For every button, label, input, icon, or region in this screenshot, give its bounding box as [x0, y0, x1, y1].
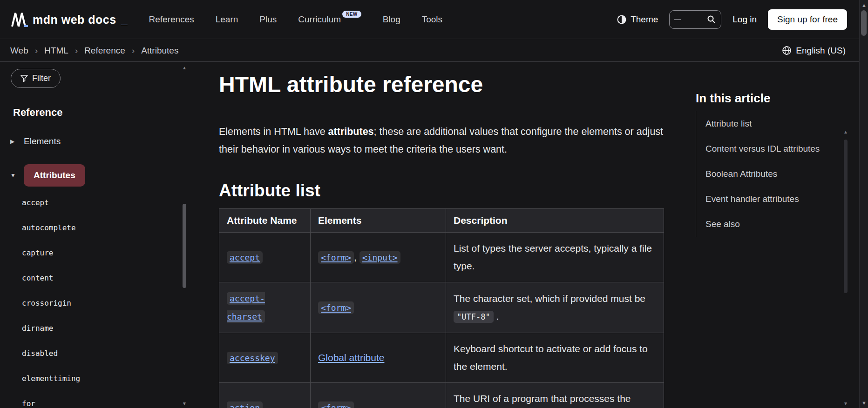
- breadcrumb-item[interactable]: HTML: [44, 46, 68, 56]
- intro-prefix: Elements in HTML have: [219, 126, 328, 137]
- element-link[interactable]: <form>: [318, 252, 354, 262]
- attribute-link[interactable]: accept-charset: [227, 293, 265, 321]
- elements-cell: Global attribute: [311, 333, 446, 383]
- nav-item-tools[interactable]: Tools: [422, 14, 442, 25]
- toc-heading: In this article: [696, 91, 835, 106]
- nav-item-label: Tools: [422, 14, 442, 25]
- nav-item-curriculum[interactable]: CurriculumNEW: [298, 14, 361, 25]
- intro-bold: attributes: [328, 126, 374, 137]
- element-code: <form>: [318, 401, 354, 408]
- search-icon[interactable]: [707, 15, 716, 24]
- theme-icon: [617, 14, 627, 25]
- sidebar-attribute-item[interactable]: accept: [22, 190, 187, 215]
- toc-item[interactable]: Boolean Attributes: [705, 161, 835, 187]
- sidebar-section-elements[interactable]: ▶ Elements: [0, 136, 187, 147]
- sidebar-scrollbar-thumb[interactable]: [183, 204, 186, 288]
- breadcrumb-separator: ›: [75, 46, 78, 56]
- toc-item[interactable]: Attribute list: [705, 111, 835, 136]
- section-heading: Attribute list: [219, 181, 665, 201]
- sidebar-scroll-down-icon[interactable]: ▼: [182, 401, 187, 406]
- search-box[interactable]: [669, 10, 721, 29]
- sidebar-attribute-item[interactable]: autocomplete: [22, 215, 187, 241]
- sidebar-scroll-up-icon[interactable]: ▲: [182, 65, 187, 70]
- table-header-cell: Attribute Name: [219, 209, 311, 233]
- signup-button[interactable]: Sign up for free: [768, 9, 847, 30]
- breadcrumb-item[interactable]: Reference: [84, 46, 125, 56]
- theme-label: Theme: [631, 14, 658, 25]
- sidebar-section-label-active[interactable]: Attributes: [24, 164, 85, 187]
- globe-icon: [782, 46, 792, 55]
- window-scroll-down-icon[interactable]: ▼: [861, 400, 867, 406]
- table-header-cell: Elements: [311, 209, 446, 233]
- filter-label: Filter: [32, 74, 51, 83]
- breadcrumb-separator: ›: [35, 46, 38, 56]
- theme-toggle[interactable]: Theme: [617, 14, 658, 25]
- mdn-window: mdn web docs_ ReferencesLearnPlusCurricu…: [0, 0, 868, 408]
- content-scrollbar[interactable]: ▲ ▼: [843, 125, 848, 408]
- nav-item-label: Curriculum: [298, 14, 341, 25]
- inline-code: "UTF-8": [454, 311, 494, 323]
- window-scrollbar[interactable]: ▲ ▼: [859, 0, 868, 408]
- window-scroll-up-icon[interactable]: ▲: [861, 2, 867, 8]
- mdn-logo[interactable]: mdn web docs_: [11, 12, 128, 27]
- content-scrollbar-thumb[interactable]: [844, 140, 848, 293]
- toc-item[interactable]: Event handler attributes: [705, 187, 835, 212]
- nav-item-learn[interactable]: Learn: [216, 14, 238, 25]
- content-scroll-down-icon[interactable]: ▼: [843, 401, 848, 406]
- attribute-table: Attribute NameElementsDescription accept…: [219, 208, 664, 408]
- attribute-code: action: [227, 401, 263, 408]
- sidebar-attribute-item[interactable]: disabled: [22, 341, 187, 366]
- nav-item-plus[interactable]: Plus: [259, 14, 277, 25]
- login-link[interactable]: Log in: [732, 14, 757, 25]
- breadcrumb-separator: ›: [132, 46, 135, 56]
- breadcrumb-item[interactable]: Attributes: [141, 46, 178, 56]
- sidebar-attribute-item[interactable]: elementtiming: [22, 366, 187, 391]
- sidebar-attribute-item[interactable]: dirname: [22, 316, 187, 341]
- element-link[interactable]: <form>: [318, 402, 354, 408]
- breadcrumb: Web›HTML›Reference›Attributes: [10, 46, 178, 56]
- toc: In this article Attribute listContent ve…: [696, 62, 835, 237]
- table-header-row: Attribute NameElementsDescription: [219, 209, 664, 233]
- global-attribute-link[interactable]: Global attribute: [318, 352, 384, 363]
- attribute-link[interactable]: accesskey: [227, 352, 278, 363]
- table-row: action<form>The URI of a program that pr…: [219, 383, 664, 408]
- sidebar: Filter Reference ▶ Elements ▼ Attributes…: [0, 62, 187, 408]
- logo-text: mdn web docs: [33, 12, 116, 27]
- sidebar-attribute-list: acceptautocompletecapturecontentcrossori…: [0, 190, 187, 408]
- toc-item[interactable]: See also: [705, 212, 835, 237]
- nav-item-blog[interactable]: Blog: [383, 14, 400, 25]
- language-switcher[interactable]: English (US): [782, 46, 846, 56]
- nav-item-references[interactable]: References: [149, 14, 194, 25]
- table-header-cell: Description: [446, 209, 664, 233]
- table-row: accept<form>, <input>List of types the s…: [219, 233, 664, 282]
- logo-underscore: _: [121, 12, 128, 27]
- element-code: <form>: [318, 301, 354, 314]
- intro-paragraph: Elements in HTML have attributes; these …: [219, 123, 665, 158]
- element-link[interactable]: <form>: [318, 302, 354, 313]
- header-actions: Theme Log in Sign up for free: [617, 9, 847, 30]
- sidebar-attribute-item[interactable]: content: [22, 266, 187, 291]
- new-badge: NEW: [342, 11, 361, 18]
- toc-item[interactable]: Content versus IDL attributes: [705, 136, 835, 161]
- content-scroll-up-icon[interactable]: ▲: [843, 129, 848, 134]
- sidebar-heading: Reference: [13, 107, 187, 119]
- attribute-link[interactable]: accept: [227, 252, 263, 262]
- sidebar-attribute-item[interactable]: crossorigin: [22, 291, 187, 316]
- description-cell: List of types the server accepts, typica…: [446, 233, 664, 282]
- attribute-link[interactable]: action: [227, 402, 263, 408]
- window-scrollbar-thumb[interactable]: [861, 10, 867, 36]
- search-input[interactable]: [685, 15, 703, 24]
- elements-cell: <form>, <input>: [311, 233, 446, 282]
- sidebar-section-attributes[interactable]: ▼ Attributes: [0, 164, 187, 187]
- description-cell: The character set, which if provided mus…: [446, 282, 664, 333]
- description-cell: Keyboard shortcut to activate or add foc…: [446, 333, 664, 383]
- article: HTML attribute reference Elements in HTM…: [219, 62, 665, 408]
- filter-icon: [20, 75, 28, 82]
- page-title: HTML attribute reference: [219, 72, 665, 98]
- breadcrumb-item[interactable]: Web: [10, 46, 28, 56]
- sidebar-attribute-item[interactable]: capture: [22, 241, 187, 266]
- sidebar-attribute-item[interactable]: for: [22, 391, 187, 408]
- element-link[interactable]: <input>: [359, 252, 400, 262]
- filter-button[interactable]: Filter: [11, 69, 61, 88]
- nav-item-label: References: [149, 14, 194, 25]
